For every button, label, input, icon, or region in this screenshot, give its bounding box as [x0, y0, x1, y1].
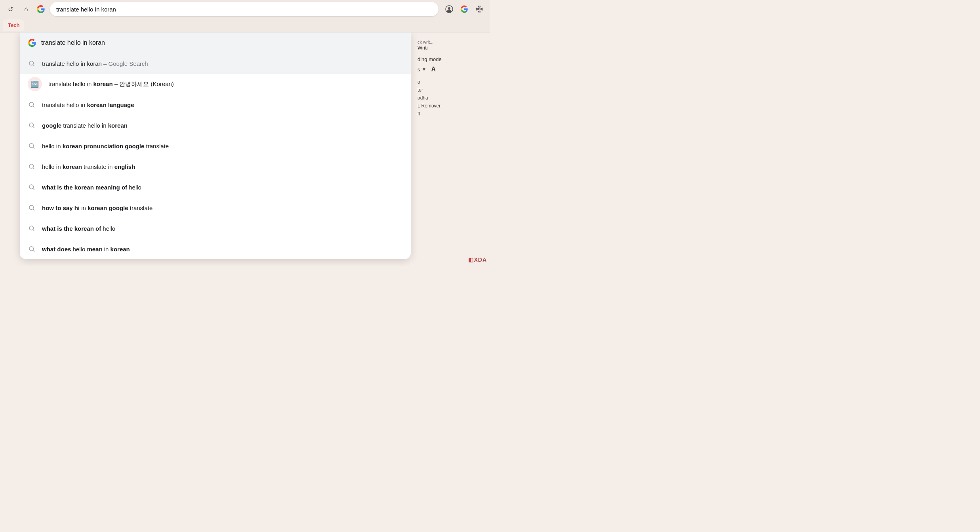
- svg-line-24: [33, 250, 34, 251]
- tab-tech[interactable]: Tech: [3, 19, 24, 31]
- svg-point-17: [29, 185, 34, 189]
- suggestion-6[interactable]: hello in korean translate in english: [20, 156, 411, 177]
- suggestion-text-1: translate hello in koran – Google Search: [42, 60, 148, 67]
- suggestion-text-2: translate hello in korean – 안녕하세요 (Korea…: [48, 80, 174, 88]
- search-input[interactable]: [41, 39, 403, 46]
- suggestion-text-7: what is the korean meaning of hello: [42, 184, 141, 191]
- tab-bar: Tech: [0, 18, 490, 33]
- suggestion-7[interactable]: what is the korean meaning of hello: [20, 177, 411, 197]
- suggestion-8[interactable]: how to say hi in korean google translate: [20, 197, 411, 218]
- xda-watermark: ◧XDA: [468, 256, 487, 263]
- svg-line-8: [33, 65, 34, 66]
- search-icon-4: [28, 121, 36, 129]
- panel-item-3: odha: [418, 95, 484, 101]
- suggestion-text-10: what does hello mean in korean: [42, 246, 130, 253]
- svg-point-11: [29, 123, 34, 127]
- svg-point-15: [29, 164, 34, 168]
- right-panel-title: ck writ... Writi: [418, 39, 484, 51]
- panel-item-1: o: [418, 79, 484, 85]
- suggestion-5[interactable]: hello in korean pronunciation google tra…: [20, 136, 411, 156]
- svg-line-16: [33, 168, 34, 169]
- svg-point-7: [29, 61, 34, 65]
- main-content: Desygner Trello: [0, 33, 490, 266]
- suggestion-9[interactable]: what is the korean of hello: [20, 218, 411, 239]
- google-logo-icon: [36, 5, 45, 13]
- google-account-button[interactable]: [458, 3, 470, 15]
- right-panel-list: o ter odha L Remover ft: [418, 79, 484, 117]
- svg-point-9: [29, 102, 34, 107]
- search-icon-7: [28, 183, 36, 191]
- autocomplete-dropdown: translate hello in koran – Google Search…: [20, 33, 411, 259]
- suggestion-4[interactable]: google translate hello in korean: [20, 115, 411, 136]
- extensions-button[interactable]: [473, 3, 485, 15]
- search-icon-10: [28, 245, 36, 253]
- svg-point-1: [448, 7, 450, 10]
- suggestion-text-8: how to say hi in korean google translate: [42, 205, 153, 211]
- suggestion-text-5: hello in korean pronunciation google tra…: [42, 143, 169, 149]
- search-icon-8: [28, 204, 36, 212]
- right-panel-dropdown[interactable]: s ▼ A: [418, 66, 484, 73]
- svg-line-10: [33, 106, 34, 107]
- google-g-icon: [28, 38, 36, 47]
- right-panel: ck writ... Writi ding mode s ▼ A o ter o…: [411, 33, 490, 266]
- search-icon-9: [28, 224, 36, 232]
- svg-point-19: [29, 205, 34, 210]
- suggestion-text-9: what is the korean of hello: [42, 225, 115, 232]
- suggestion-1[interactable]: translate hello in koran – Google Search: [20, 53, 411, 74]
- panel-item-2: ter: [418, 87, 484, 93]
- search-icon-5: [28, 142, 36, 150]
- search-icon-1: [28, 59, 36, 67]
- suggestion-text-4: google translate hello in korean: [42, 122, 128, 129]
- search-bar-row: [20, 33, 411, 53]
- search-icon-6: [28, 163, 36, 170]
- translate-icon: 🔤: [28, 77, 42, 91]
- browser-right-icons: [443, 3, 485, 15]
- svg-line-20: [33, 209, 34, 210]
- suggestion-2[interactable]: 🔤 translate hello in korean – 안녕하세요 (Kor…: [20, 74, 411, 94]
- svg-line-18: [33, 188, 34, 189]
- tab-label: Tech: [8, 22, 19, 28]
- suggestion-3[interactable]: translate hello in korean language: [20, 94, 411, 115]
- home-button[interactable]: ⌂: [21, 4, 32, 15]
- panel-item-4: L Remover: [418, 103, 484, 109]
- panel-item-5: ft: [418, 111, 484, 117]
- svg-point-23: [29, 247, 34, 251]
- svg-line-22: [33, 230, 34, 231]
- svg-point-13: [29, 144, 34, 148]
- suggestion-text-3: translate hello in korean language: [42, 101, 134, 108]
- browser-bar: ↺ ⌂ translate hello in koran: [0, 0, 490, 18]
- profile-button[interactable]: [443, 3, 455, 15]
- search-icon-3: [28, 101, 36, 109]
- svg-point-21: [29, 226, 34, 230]
- suggestion-10[interactable]: what does hello mean in korean: [20, 239, 411, 259]
- svg-line-14: [33, 147, 34, 148]
- svg-point-2: [479, 8, 480, 10]
- suggestion-text-6: hello in korean translate in english: [42, 163, 135, 170]
- address-text: translate hello in koran: [56, 6, 116, 13]
- svg-line-12: [33, 126, 34, 128]
- address-bar[interactable]: translate hello in koran: [50, 2, 439, 16]
- reload-button[interactable]: ↺: [5, 4, 16, 15]
